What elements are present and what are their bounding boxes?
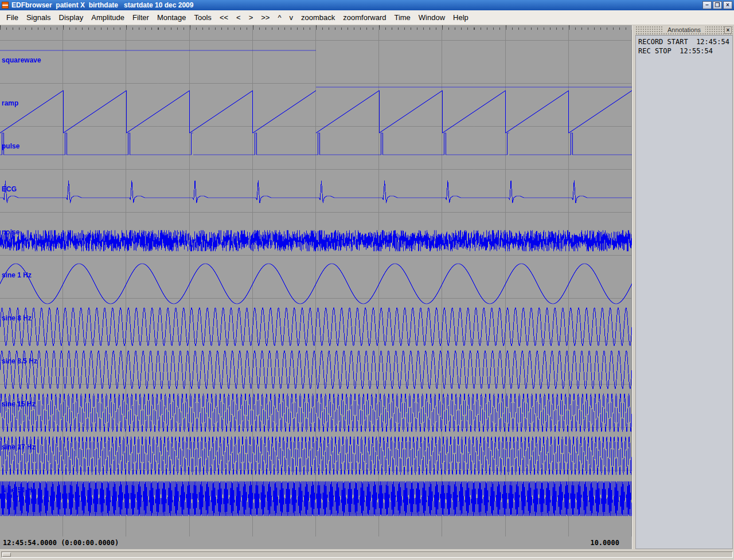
menu-help[interactable]: Help [449, 11, 473, 24]
menu-amplitude-down[interactable]: v [286, 11, 298, 24]
signal-label[interactable]: sine 15 Hz [2, 400, 36, 408]
menu-tools[interactable]: Tools [190, 11, 216, 24]
annotations-dock-header[interactable]: Annotations × [635, 25, 733, 35]
menu-amplitude-up[interactable]: ^ [274, 11, 285, 24]
menu-file[interactable]: File [2, 11, 22, 24]
menu-shift-left[interactable]: < [232, 11, 245, 24]
horizontal-scrollbar-thumb[interactable] [2, 553, 11, 557]
menu-zoomforward[interactable]: zoomforward [339, 11, 390, 24]
annotations-dock: Annotations × RECORD START 12:45:54 REC … [635, 25, 733, 549]
menubar: File Signals Display Amplitude Filter Mo… [0, 10, 734, 25]
menu-shift-right-fast[interactable]: >> [257, 11, 274, 24]
horizontal-scrollbar[interactable] [1, 551, 733, 558]
window-buttons: – ❐ × [702, 1, 732, 9]
menu-window[interactable]: Window [415, 11, 449, 24]
minimize-button[interactable]: – [702, 1, 712, 9]
status-bar: 12:45:54.0000 (0:00:00.0000) 10.0000 [0, 536, 632, 549]
signal-label[interactable]: noise [2, 228, 19, 236]
signal-label[interactable]: sine 8 Hz [2, 314, 32, 322]
maximize-button[interactable]: ❐ [713, 1, 722, 9]
signal-label[interactable]: squarewave [2, 56, 41, 64]
time-ruler [0, 25, 632, 30]
annotations-list: RECORD START 12:45:54 REC STOP 12:55:54 [635, 35, 733, 549]
signal-label[interactable]: ramp [2, 99, 18, 107]
menu-filter[interactable]: Filter [128, 11, 153, 24]
annotation-item[interactable]: REC STOP 12:55:54 [636, 46, 732, 56]
annotation-item[interactable]: RECORD START 12:45:54 [636, 37, 732, 46]
signal-label[interactable]: ECG [2, 185, 17, 193]
menu-shift-left-fast[interactable]: << [216, 11, 232, 24]
edfbrowser-window: { "window": { "title": "EDFbrowser patie… [0, 0, 734, 560]
titlebar: EDFbrowser patient X birthdate startdate… [0, 0, 734, 10]
annotations-dock-title: Annotations [663, 26, 705, 33]
bottom-bar [0, 549, 734, 560]
app-icon [2, 2, 9, 9]
menu-display[interactable]: Display [55, 11, 88, 24]
menu-montage[interactable]: Montage [153, 11, 190, 24]
signal-canvas[interactable] [0, 30, 632, 536]
menu-signals[interactable]: Signals [22, 11, 55, 24]
menu-time[interactable]: Time [390, 11, 414, 24]
status-time: 12:45:54.0000 (0:00:00.0000) [3, 539, 119, 547]
window-title: EDFbrowser patient X birthdate startdate… [11, 1, 702, 9]
menu-amplitude[interactable]: Amplitude [87, 11, 128, 24]
close-button[interactable]: × [723, 1, 732, 9]
signal-label[interactable]: sine 50 Hz [2, 486, 36, 494]
signal-label[interactable]: sine 1 Hz [2, 271, 32, 279]
signal-area: squarewave ramp pulse ECG noise sine 1 H… [0, 25, 632, 549]
signal-label[interactable]: sine 17 Hz [2, 443, 36, 451]
signal-label[interactable]: sine 8.5 Hz [2, 357, 37, 365]
annotations-close-icon[interactable]: × [724, 26, 732, 34]
status-pagetime: 10.0000 [590, 539, 619, 547]
menu-zoomback[interactable]: zoomback [297, 11, 339, 24]
menu-shift-right[interactable]: > [245, 11, 257, 24]
signal-label[interactable]: pulse [2, 142, 19, 150]
